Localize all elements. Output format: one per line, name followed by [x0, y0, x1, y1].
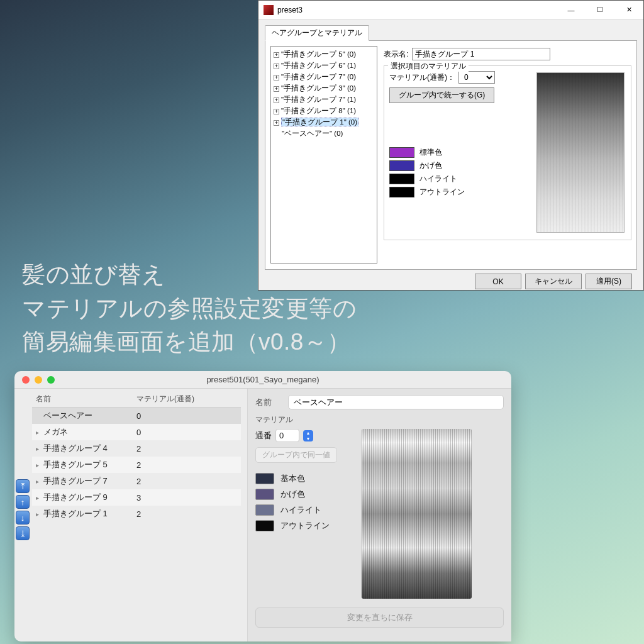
tab-hairgroup-material[interactable]: ヘアグループとマテリアル [265, 25, 369, 41]
close-button[interactable]: ✕ [614, 1, 643, 19]
apply-button[interactable]: 適用(S) [586, 274, 632, 289]
move-bottom-button[interactable]: ⤓ [16, 526, 30, 540]
minimize-button[interactable]: — [557, 1, 586, 19]
table-row[interactable]: ベースヘアー0 [32, 408, 241, 424]
table-header: 名前 マテリアル(通番) [32, 391, 241, 408]
serial-number-input[interactable]: 0 [275, 429, 299, 442]
disclosure-icon[interactable]: ▸ [36, 511, 43, 518]
mac-dialog: preset501(501_Sayo_megane) ⤒ ↑ ↓ ⤓ 名前 マテ… [14, 371, 511, 641]
disclosure-icon[interactable]: ▸ [36, 445, 43, 452]
color-swatch[interactable] [389, 160, 414, 171]
hair-group-tree[interactable]: +"手描きグループ 5" (0)+"手描きグループ 6" (1)+"手描きグルー… [270, 46, 377, 264]
tree-item-label: "手描きグループ 7" (0) [281, 73, 356, 80]
color-label: かげ色 [419, 160, 442, 171]
material-serial-label: マテリアル(通番)： [389, 72, 455, 83]
color-swatch[interactable] [255, 504, 274, 516]
tree-item[interactable]: +"手描きグループ 7" (0) [272, 71, 375, 82]
expand-icon[interactable]: + [274, 64, 279, 69]
row-material: 3 [136, 493, 141, 502]
color-swatch[interactable] [255, 473, 274, 484]
tree-item[interactable]: +"手描きグループ 5" (0) [272, 48, 375, 60]
display-name-label: 表示名: [384, 49, 408, 60]
table-row[interactable]: ▸メガネ0 [32, 424, 241, 440]
windows-titlebar[interactable]: preset3 — ☐ ✕ [258, 1, 643, 19]
mac-titlebar[interactable]: preset501(501_Sayo_megane) [14, 371, 511, 389]
windows-dialog: preset3 — ☐ ✕ ヘアグループとマテリアル +"手描きグループ 5" … [258, 0, 644, 291]
expand-icon[interactable]: + [274, 109, 279, 114]
serial-stepper[interactable]: ▲▼ [303, 430, 313, 441]
row-material: 2 [136, 509, 141, 519]
table-row[interactable]: ▸手描きグループ 12 [32, 506, 241, 522]
material-preview [536, 72, 625, 233]
row-name: 手描きグループ 9 [43, 492, 136, 503]
save-changes-button: 変更を直ちに保存 [255, 608, 504, 628]
row-material: 0 [136, 411, 141, 421]
cancel-button[interactable]: キャンセル [525, 274, 582, 289]
hair-group-table[interactable]: ベースヘアー0▸メガネ0▸手描きグループ 42▸手描きグループ 52▸手描きグル… [32, 408, 241, 522]
row-material: 0 [136, 428, 141, 437]
material-serial-select[interactable]: 0 [458, 71, 495, 84]
expand-icon[interactable]: + [274, 52, 279, 58]
disclosure-icon[interactable]: ▸ [36, 429, 43, 436]
color-swatch[interactable] [255, 520, 274, 531]
expand-icon[interactable]: + [274, 120, 279, 126]
mac-window-title: preset501(501_Sayo_megane) [206, 375, 319, 384]
move-up-button[interactable]: ↑ [16, 495, 30, 509]
disclosure-icon[interactable]: ▸ [36, 494, 43, 501]
color-swatch[interactable] [389, 174, 414, 184]
tree-item-label: "手描きグループ 7" (1) [281, 96, 356, 103]
expand-icon[interactable]: + [274, 75, 279, 80]
move-down-button[interactable]: ↓ [16, 511, 30, 525]
same-value-in-group-button: グループ内で同一値 [255, 447, 337, 463]
color-row: かげ色 [255, 489, 353, 500]
disclosure-icon[interactable]: ▸ [36, 462, 43, 469]
disclosure-icon[interactable]: ▸ [36, 478, 43, 485]
color-row: 基本色 [255, 473, 353, 484]
traffic-zoom[interactable] [47, 376, 55, 384]
unify-in-group-button[interactable]: グループ内で統一する(G) [389, 87, 494, 103]
color-swatch[interactable] [389, 147, 414, 158]
tree-item-label: "手描きグループ 1" (0) [281, 118, 358, 126]
tree-item-label: "ベースヘアー" (0) [282, 130, 343, 137]
serial-label: 通番 [255, 430, 272, 441]
row-name: 手描きグループ 5 [43, 459, 136, 470]
maximize-button[interactable]: ☐ [586, 1, 614, 19]
material-section-label: マテリアル [255, 414, 504, 425]
move-top-button[interactable]: ⤒ [16, 479, 30, 493]
caption-line-3: 簡易編集画面を追加（v0.8～） [22, 325, 357, 359]
tree-item[interactable]: +"手描きグループ 1" (0) [272, 116, 375, 128]
row-material: 2 [136, 444, 141, 453]
table-row[interactable]: ▸手描きグループ 52 [32, 457, 241, 473]
tree-item[interactable]: "ベースヘアー" (0) [272, 128, 375, 139]
tree-item[interactable]: +"手描きグループ 3" (0) [272, 82, 375, 94]
table-row[interactable]: ▸手描きグループ 42 [32, 440, 241, 457]
color-label: ハイライト [419, 174, 457, 184]
table-row[interactable]: ▸手描きグループ 93 [32, 489, 241, 506]
expand-icon[interactable]: + [274, 97, 279, 103]
display-name-input[interactable] [412, 48, 550, 60]
column-name[interactable]: 名前 [36, 394, 136, 404]
color-swatch[interactable] [389, 187, 414, 197]
row-name: 手描きグループ 7 [43, 475, 136, 487]
tree-item[interactable]: +"手描きグループ 6" (1) [272, 60, 375, 71]
traffic-close[interactable] [22, 376, 30, 384]
color-swatch[interactable] [255, 489, 274, 500]
name-field-input[interactable] [288, 395, 504, 409]
tree-item[interactable]: +"手描きグループ 8" (1) [272, 105, 375, 116]
color-label: アウトライン [419, 187, 465, 197]
tree-item[interactable]: +"手描きグループ 7" (1) [272, 94, 375, 105]
row-material: 2 [136, 477, 141, 486]
tree-item-label: "手描きグループ 5" (0) [281, 50, 356, 58]
tree-item-label: "手描きグループ 3" (0) [281, 84, 356, 92]
column-material[interactable]: マテリアル(通番) [136, 394, 194, 404]
window-title: preset3 [277, 6, 557, 14]
expand-icon[interactable]: + [274, 86, 279, 92]
app-icon [264, 5, 274, 15]
color-label: 基本色 [280, 473, 305, 484]
color-label: かげ色 [280, 489, 305, 500]
row-name: 手描きグループ 1 [43, 508, 136, 519]
traffic-minimize[interactable] [35, 376, 42, 384]
ok-button[interactable]: OK [475, 274, 521, 289]
table-row[interactable]: ▸手描きグループ 72 [32, 473, 241, 489]
tree-item-label: "手描きグループ 6" (1) [281, 62, 356, 69]
